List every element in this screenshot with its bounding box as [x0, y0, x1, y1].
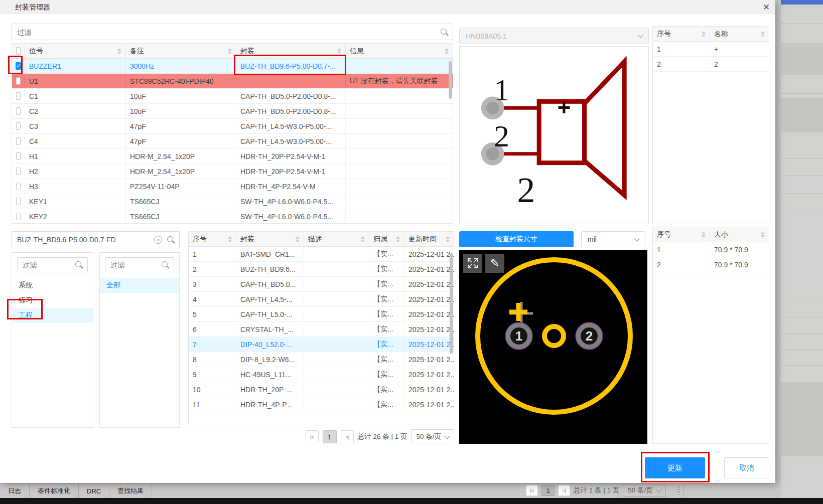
sort-icon[interactable]: [702, 31, 706, 37]
sort-icon[interactable]: [117, 48, 121, 54]
component-row[interactable]: KEY1 TS665CJ SW-TH_4P-L6.0-W6.0-P4.5...: [12, 194, 453, 209]
component-row[interactable]: U1 STC89C52RC-40I-PDIP40 U1 没有封装，请先关联封装: [12, 74, 453, 89]
pin-row[interactable]: 1 +: [653, 42, 769, 57]
sort-icon[interactable]: [228, 48, 232, 54]
component-row[interactable]: BUZZER1 3000Hz BUZ-TH_BD9.6-P5.00-D0.7-.…: [12, 59, 453, 74]
size-row[interactable]: 1 70.9 * 70.9: [653, 242, 769, 257]
buzzer-symbol-drawing: 1 2 2 +: [460, 47, 648, 224]
search-icon[interactable]: [75, 261, 81, 267]
row-checkbox[interactable]: [16, 183, 21, 190]
library-row[interactable]: 9HC-49US_L11... 【实... 2025-12-01 2...: [189, 367, 454, 382]
component-filter-input[interactable]: [12, 24, 453, 40]
row-checkbox[interactable]: [16, 107, 21, 115]
unit-select[interactable]: mil: [581, 231, 645, 247]
screen: 选中 … く 义 7in 3in # 0.0 4.1 1.9 S 日志 器件标准…: [0, 0, 823, 504]
subclass-item-all[interactable]: 全部: [100, 278, 179, 293]
search-icon[interactable]: [162, 261, 168, 267]
class-item-practice[interactable]: 练习: [13, 293, 93, 308]
tab-component-standardize[interactable]: 器件标准化: [30, 483, 79, 498]
search-icon[interactable]: [167, 236, 173, 242]
class-item-system[interactable]: 系统: [13, 278, 93, 293]
tab-log[interactable]: 日志: [0, 483, 30, 498]
library-row[interactable]: 4CAP-TH_L4.5-... 【实... 2025-12-01 2...: [189, 292, 454, 307]
component-filter-field: [12, 24, 453, 40]
first-page-button[interactable]: |<: [306, 430, 319, 443]
select-all-checkbox[interactable]: [16, 47, 21, 55]
library-row[interactable]: 6CRYSTAL-TH_... 【实... 2025-12-01 2...: [189, 322, 454, 337]
background-scrollbar[interactable]: [775, 0, 781, 498]
background-right-panel: 选中 … く 义 7in 3in # 0.0 4.1 1.9 S: [775, 0, 823, 498]
current-page[interactable]: 1: [323, 430, 337, 443]
sort-icon[interactable]: [337, 48, 341, 54]
last-page-button[interactable]: >|: [341, 430, 354, 443]
sort-icon[interactable]: [228, 236, 232, 242]
sort-icon[interactable]: [445, 48, 449, 54]
row-checkbox[interactable]: [16, 167, 21, 175]
clear-icon[interactable]: ×: [154, 236, 162, 244]
library-row[interactable]: 11HDR-TH_4P-P... 【实... 2025-12-01 2...: [189, 397, 454, 412]
library-row[interactable]: 2BUZ-TH_BD9.6... 【实... 2025-12-01 2...: [189, 262, 454, 277]
component-row[interactable]: H3 PZ254V-11-04P HDR-TH_4P-P2.54-V-M: [12, 179, 453, 194]
page-size-select[interactable]: 50 条/页: [623, 484, 666, 497]
component-row[interactable]: C4 47pF CAP-TH_L4.5-W3.0-P5.00-...: [12, 134, 453, 149]
svg-text:1: 1: [515, 328, 522, 344]
sort-icon[interactable]: [702, 232, 706, 238]
class-item-project[interactable]: 工程: [13, 308, 93, 323]
scrollbar[interactable]: [449, 61, 452, 99]
sort-icon[interactable]: [446, 236, 450, 242]
expand-icon[interactable]: [463, 254, 482, 273]
check-footprint-size-button[interactable]: 检查封装尺寸: [459, 231, 574, 247]
page-size-value: 50 条/页: [416, 432, 441, 441]
current-page[interactable]: 1: [541, 485, 555, 496]
footprint-preview-canvas[interactable]: 1 2 ✎: [459, 250, 647, 444]
row-checkbox[interactable]: [16, 62, 21, 70]
svg-text:2: 2: [517, 170, 535, 210]
row-checkbox[interactable]: [16, 137, 21, 145]
page-size-value: 50 条/页: [628, 486, 653, 495]
row-checkbox[interactable]: [16, 122, 21, 130]
row-checkbox[interactable]: [16, 213, 21, 220]
scrollbar[interactable]: [450, 253, 453, 354]
library-row[interactable]: 8DIP-8_L9.2-W6... 【实... 2025-12-01 2...: [189, 352, 454, 367]
row-checkbox[interactable]: [16, 77, 21, 85]
sort-icon[interactable]: [396, 236, 400, 242]
dialog-title: 封装管理器: [15, 0, 50, 14]
cancel-button[interactable]: 取消: [724, 457, 769, 478]
pin-row[interactable]: 2 2: [653, 57, 769, 72]
sort-icon[interactable]: [761, 232, 765, 238]
close-icon[interactable]: ✕: [760, 1, 773, 13]
splitter-handle[interactable]: [678, 486, 679, 494]
row-checkbox[interactable]: [16, 92, 21, 100]
page-size-select[interactable]: 50 条/页: [411, 429, 454, 444]
component-row[interactable]: C3 47pF CAP-TH_L4.5-W3.0-P5.00-...: [12, 119, 453, 134]
svg-text:2: 2: [494, 119, 509, 153]
library-row[interactable]: 5CAP-TH_L5.0-... 【实... 2025-12-01 2...: [189, 307, 454, 322]
tab-drc[interactable]: DRC: [79, 483, 109, 498]
size-row[interactable]: 2 70.9 * 70.9: [653, 257, 769, 272]
column-footprint: 封装: [240, 47, 254, 56]
component-row[interactable]: C1 10uF CAP-TH_BD5.0-P2.00-D0.8-...: [12, 89, 453, 104]
edit-pencil-icon[interactable]: ✎: [485, 254, 504, 273]
symbol-variant-select[interactable]: HNB09A05.1: [459, 28, 649, 44]
component-row[interactable]: H1 HDR-M_2.54_1x20P HDR-TH_20P-P2.54-V-M…: [12, 149, 453, 164]
library-row[interactable]: 10HDR-TH_20P-... 【实... 2025-12-01 2...: [189, 382, 454, 397]
library-row[interactable]: 3CAP-TH_BD5.0... 【实... 2025-12-01 2...: [189, 277, 454, 292]
sort-icon[interactable]: [361, 236, 365, 242]
tab-search-results[interactable]: 查找结果: [109, 483, 152, 498]
search-icon[interactable]: [441, 29, 447, 35]
sort-icon[interactable]: [296, 236, 300, 242]
library-row[interactable]: 1BAT-SMD_CR1... 【实... 2025-12-01 2...: [189, 247, 454, 262]
component-row[interactable]: C2 10uF CAP-TH_BD5.0-P2.00-D0.8-...: [12, 104, 453, 119]
component-row[interactable]: H2 HDR-M_2.54_1x20P HDR-TH_20P-P2.54-V-M…: [12, 164, 453, 179]
last-page-button[interactable]: >|: [558, 485, 570, 496]
svg-text:1: 1: [494, 73, 509, 107]
row-checkbox[interactable]: [16, 152, 21, 160]
component-row[interactable]: KEY2 TS665CJ SW-TH_4P-L6.0-W6.0-P4.5...: [12, 209, 453, 224]
library-row-selected[interactable]: 7DIP-40_L52.0-... 【实... 2025-12-01 2...: [189, 337, 454, 352]
row-checkbox[interactable]: [16, 198, 21, 205]
column-no: 序号: [657, 230, 671, 239]
first-page-button[interactable]: |<: [526, 485, 538, 496]
update-button[interactable]: 更新: [645, 457, 705, 478]
sort-icon[interactable]: [761, 31, 765, 37]
dialog-titlebar[interactable]: 封装管理器 ✕: [0, 0, 775, 14]
